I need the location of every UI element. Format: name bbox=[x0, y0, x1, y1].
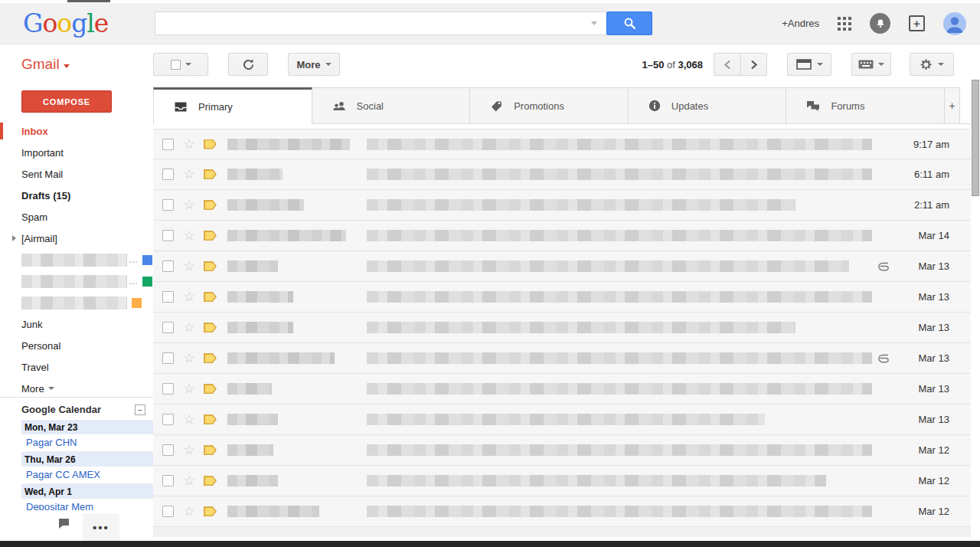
row-checkbox[interactable] bbox=[162, 475, 174, 486]
email-row[interactable]: ☆ Mar 13 bbox=[153, 405, 971, 435]
sidebar-item-airmail[interactable]: [Airmail] … bbox=[0, 228, 153, 249]
email-row[interactable]: ☆ Mar 13 bbox=[153, 374, 971, 405]
calendar-collapse-button[interactable]: − bbox=[135, 405, 145, 415]
search-button[interactable] bbox=[606, 11, 652, 35]
star-icon[interactable]: ☆ bbox=[181, 168, 197, 181]
input-tools-button[interactable] bbox=[851, 53, 891, 76]
importance-marker-icon[interactable] bbox=[204, 200, 217, 210]
email-row[interactable]: ☆ Mar 13 bbox=[153, 343, 971, 374]
row-checkbox[interactable] bbox=[162, 383, 174, 395]
refresh-button[interactable] bbox=[228, 53, 268, 76]
share-post-button[interactable]: + bbox=[909, 15, 925, 31]
row-checkbox[interactable] bbox=[162, 260, 174, 272]
sidebar-item-travel[interactable]: Travel … bbox=[0, 356, 153, 378]
tab-promotions[interactable]: Promotions bbox=[470, 87, 629, 124]
sidebar-item-blurred-label[interactable]: … bbox=[0, 249, 153, 270]
row-checkbox[interactable] bbox=[162, 414, 174, 425]
inbox-tray-icon bbox=[174, 101, 188, 113]
importance-marker-icon[interactable] bbox=[204, 414, 217, 424]
google-logo[interactable]: Google bbox=[23, 11, 138, 36]
importance-marker-icon[interactable] bbox=[204, 139, 217, 149]
search-options-caret-icon[interactable] bbox=[591, 21, 597, 25]
importance-marker-icon[interactable] bbox=[204, 353, 217, 363]
sidebar-item-drafts15[interactable]: Drafts (15) … bbox=[0, 185, 153, 206]
email-row[interactable]: ☆ Mar 12 bbox=[153, 466, 971, 496]
older-page-button[interactable] bbox=[740, 53, 767, 76]
sidebar-item-personal[interactable]: Personal … bbox=[0, 335, 153, 356]
importance-marker-icon[interactable] bbox=[204, 169, 217, 179]
row-checkbox[interactable] bbox=[162, 506, 174, 517]
settings-button[interactable] bbox=[910, 53, 954, 76]
sidebar-item-inbox[interactable]: Inbox … bbox=[0, 120, 153, 142]
star-icon[interactable]: ☆ bbox=[181, 352, 197, 365]
star-icon[interactable]: ☆ bbox=[181, 138, 197, 151]
email-row[interactable]: ☆ Mar 12 bbox=[153, 496, 971, 527]
calendar-event-link[interactable]: Pagar CC AMEX bbox=[26, 467, 153, 484]
row-checkbox[interactable] bbox=[162, 352, 174, 364]
sidebar-item-sentmail[interactable]: Sent Mail … bbox=[0, 163, 153, 185]
row-checkbox[interactable] bbox=[162, 139, 174, 150]
star-icon[interactable]: ☆ bbox=[181, 413, 197, 426]
apps-grid-icon[interactable] bbox=[838, 17, 851, 31]
row-checkbox[interactable] bbox=[162, 444, 174, 456]
more-actions-button[interactable]: More bbox=[288, 53, 340, 76]
email-date: Mar 13 bbox=[893, 414, 971, 425]
gmail-menu[interactable]: Gmail bbox=[0, 56, 153, 73]
scrollbar-thumb[interactable] bbox=[972, 80, 979, 196]
importance-marker-icon[interactable] bbox=[204, 292, 217, 302]
chat-bubble-icon bbox=[58, 518, 70, 529]
star-icon[interactable]: ☆ bbox=[181, 474, 197, 487]
email-row[interactable]: ☆ Mar 13 bbox=[153, 251, 971, 282]
sidebar-item-blurred-label[interactable]: … bbox=[0, 270, 153, 292]
split-pane-button[interactable] bbox=[787, 53, 831, 76]
sidebar-item-blurred-label[interactable]: … bbox=[0, 292, 153, 313]
star-icon[interactable]: ☆ bbox=[181, 229, 197, 242]
email-row[interactable]: ☆ 9:17 am bbox=[153, 129, 971, 159]
row-checkbox[interactable] bbox=[162, 322, 174, 333]
sidebar-item-spam[interactable]: Spam … bbox=[0, 206, 153, 228]
star-icon[interactable]: ☆ bbox=[181, 505, 197, 518]
tab-updates[interactable]: Updates bbox=[629, 87, 787, 124]
importance-marker-icon[interactable] bbox=[204, 323, 217, 332]
importance-marker-icon[interactable] bbox=[204, 476, 217, 486]
row-checkbox[interactable] bbox=[162, 199, 174, 211]
search-input[interactable] bbox=[155, 11, 606, 35]
notifications-button[interactable] bbox=[870, 13, 890, 34]
avatar[interactable] bbox=[943, 12, 966, 35]
email-row[interactable]: ☆ Mar 12 bbox=[153, 435, 971, 466]
star-icon[interactable]: ☆ bbox=[181, 198, 197, 211]
email-row[interactable]: ☆ Mar 13 bbox=[153, 282, 971, 313]
newer-page-button[interactable] bbox=[714, 53, 740, 76]
sidebar-item-more[interactable]: More … bbox=[0, 378, 153, 399]
tab-forums[interactable]: Forums bbox=[786, 87, 945, 124]
add-tab-button[interactable]: + bbox=[945, 87, 960, 124]
email-row[interactable]: ☆ Mar 13 bbox=[153, 313, 971, 343]
email-row[interactable]: ☆ Mar 14 bbox=[153, 221, 971, 251]
star-icon[interactable]: ☆ bbox=[181, 260, 197, 273]
tab-primary[interactable]: Primary bbox=[153, 87, 312, 124]
importance-marker-icon[interactable] bbox=[204, 384, 217, 394]
row-checkbox[interactable] bbox=[162, 291, 174, 303]
calendar-event-link[interactable]: Pagar CHN bbox=[26, 434, 153, 452]
sidebar-item-junk[interactable]: Junk … bbox=[0, 313, 153, 335]
chat-button[interactable] bbox=[58, 518, 70, 532]
importance-marker-icon[interactable] bbox=[204, 261, 217, 271]
importance-marker-icon[interactable] bbox=[204, 506, 217, 516]
sidebar-item-important[interactable]: Important … bbox=[0, 142, 153, 163]
sidebar-more-options-button[interactable]: ••• bbox=[83, 513, 119, 541]
email-row[interactable]: ☆ 2:11 am bbox=[153, 190, 971, 221]
compose-button[interactable]: COMPOSE bbox=[21, 90, 112, 113]
row-checkbox[interactable] bbox=[162, 230, 174, 241]
star-icon[interactable]: ☆ bbox=[181, 290, 197, 303]
star-icon[interactable]: ☆ bbox=[181, 321, 197, 334]
account-name-link[interactable]: +Andres bbox=[782, 18, 819, 29]
star-icon[interactable]: ☆ bbox=[181, 444, 197, 457]
email-row[interactable]: ☆ 6:11 am bbox=[153, 159, 971, 190]
row-checkbox[interactable] bbox=[162, 169, 174, 180]
label-blur bbox=[21, 254, 127, 267]
select-all-button[interactable] bbox=[153, 53, 208, 76]
tab-social[interactable]: Social bbox=[312, 87, 471, 124]
importance-marker-icon[interactable] bbox=[204, 445, 217, 455]
star-icon[interactable]: ☆ bbox=[181, 382, 197, 395]
importance-marker-icon[interactable] bbox=[204, 231, 217, 241]
